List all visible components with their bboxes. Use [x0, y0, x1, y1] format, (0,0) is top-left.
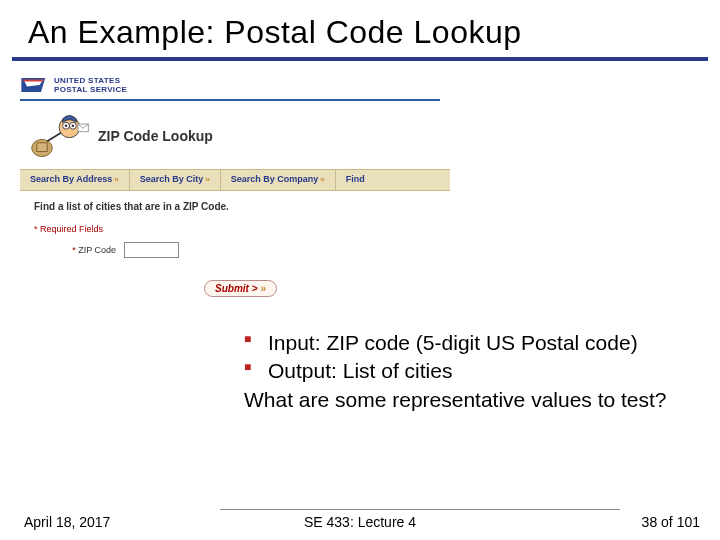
slide-content: Input: ZIP code (5-digit US Postal code)…	[240, 330, 700, 413]
submit-button[interactable]: Submit >»	[204, 280, 277, 297]
tab-search-city[interactable]: Search By City»	[130, 170, 221, 190]
followup-question: What are some representative values to t…	[240, 387, 700, 413]
tab-label: Search By Address	[30, 174, 112, 184]
chevron-icon: »	[205, 175, 209, 184]
tab-label: Search By City	[140, 174, 204, 184]
tab-find[interactable]: Find	[336, 170, 375, 190]
form-area: Find a list of cities that are in a ZIP …	[0, 191, 450, 297]
zip-label: * ZIP Code	[34, 245, 124, 255]
footer-rule	[220, 509, 620, 510]
zip-input[interactable]	[124, 242, 179, 258]
required-note: * Required Fields	[34, 224, 450, 234]
slide-title: An Example: Postal Code Lookup	[0, 0, 720, 57]
zip-field-row: * ZIP Code	[34, 242, 450, 258]
bullet-output: Output: List of cities	[268, 358, 700, 384]
mascot-icon	[30, 111, 90, 161]
bullet-input: Input: ZIP code (5-digit US Postal code)	[268, 330, 700, 356]
usps-screenshot: UNITED STATES POSTAL SERVICE ZIP Code Lo…	[0, 69, 450, 297]
lookup-title: ZIP Code Lookup	[98, 128, 213, 144]
tab-search-address[interactable]: Search By Address»	[20, 170, 130, 190]
title-underline	[12, 57, 708, 61]
svg-point-8	[72, 124, 75, 127]
usps-logo: UNITED STATES POSTAL SERVICE	[20, 75, 127, 95]
footer-center: SE 433: Lecture 4	[0, 514, 720, 530]
form-instruction: Find a list of cities that are in a ZIP …	[34, 201, 450, 212]
lookup-header: ZIP Code Lookup	[0, 101, 450, 169]
chevron-icon: »	[261, 283, 267, 294]
tab-search-company[interactable]: Search By Company»	[221, 170, 336, 190]
footer-page: 38 of 101	[642, 514, 700, 530]
tabs: Search By Address» Search By City» Searc…	[20, 169, 450, 191]
eagle-icon	[20, 75, 48, 95]
usps-text-1: UNITED STATES	[54, 76, 127, 85]
chevron-icon: »	[114, 175, 118, 184]
usps-text-2: POSTAL SERVICE	[54, 85, 127, 94]
usps-header: UNITED STATES POSTAL SERVICE	[0, 69, 450, 99]
tab-label: Find	[346, 174, 365, 184]
svg-point-7	[65, 124, 68, 127]
chevron-icon: »	[320, 175, 324, 184]
tab-label: Search By Company	[231, 174, 319, 184]
svg-rect-2	[37, 143, 47, 152]
submit-label: Submit >	[215, 283, 258, 294]
